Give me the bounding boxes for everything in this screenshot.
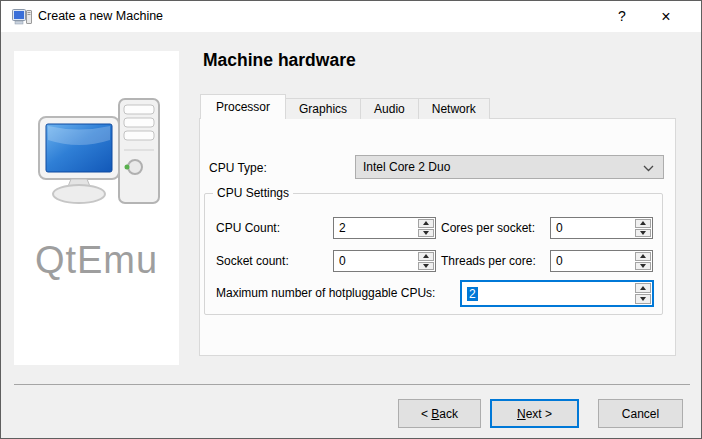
spinner-buttons: [635, 219, 651, 237]
arrow-down-icon: [640, 264, 646, 268]
arrow-up-icon: [423, 254, 429, 258]
spin-down-button[interactable]: [418, 229, 434, 238]
socket-count-spinbox[interactable]: 0: [333, 250, 436, 272]
cpu-type-label: CPU Type:: [209, 161, 267, 175]
next-button[interactable]: Next >: [490, 399, 579, 428]
threads-per-core-label: Threads per core:: [441, 254, 536, 268]
arrow-up-icon: [640, 286, 646, 290]
close-button[interactable]: ×: [651, 1, 681, 32]
arrow-up-icon: [640, 221, 646, 225]
cpu-count-spinbox[interactable]: 2: [333, 217, 436, 239]
spin-down-button[interactable]: [635, 262, 651, 271]
footer-separator: [14, 384, 690, 385]
spin-down-button[interactable]: [418, 262, 434, 271]
spin-up-button[interactable]: [635, 252, 651, 261]
socket-count-label: Socket count:: [216, 254, 289, 268]
tab-bar: Processor Graphics Audio Network: [200, 94, 490, 119]
processor-tab-pane: CPU Type: Intel Core 2 Duo CPU Settings …: [199, 118, 676, 356]
spin-up-button[interactable]: [635, 283, 651, 293]
spinner-buttons: [418, 219, 434, 237]
threads-per-core-value: 0: [556, 251, 563, 271]
threads-per-core-spinbox[interactable]: 0: [550, 250, 653, 272]
cpu-settings-group-label: CPU Settings: [213, 186, 293, 200]
arrow-up-icon: [423, 221, 429, 225]
spin-up-button[interactable]: [418, 219, 434, 228]
spinner-buttons: [635, 283, 651, 304]
spin-up-button[interactable]: [635, 219, 651, 228]
help-button[interactable]: ?: [607, 1, 637, 32]
max-hotpluggable-label: Maximum number of hotpluggable CPUs:: [216, 286, 435, 300]
spinner-buttons: [418, 252, 434, 270]
tab-network[interactable]: Network: [418, 98, 490, 119]
qtemu-brand-text: QtEmu: [14, 239, 179, 282]
page-title: Machine hardware: [203, 50, 356, 71]
arrow-up-icon: [640, 254, 646, 258]
arrow-down-icon: [423, 264, 429, 268]
cores-per-socket-value: 0: [556, 218, 563, 238]
cores-per-socket-spinbox[interactable]: 0: [550, 217, 653, 239]
arrow-down-icon: [640, 297, 646, 301]
tab-processor[interactable]: Processor: [200, 94, 286, 119]
sidebar-watermark: QtEmu: [14, 51, 179, 365]
qtemu-computer-logo: [31, 95, 163, 213]
max-hotpluggable-spinbox[interactable]: 2: [460, 280, 654, 307]
spinner-buttons: [635, 252, 651, 270]
spin-down-button[interactable]: [635, 294, 651, 304]
cpu-type-combobox[interactable]: Intel Core 2 Duo: [355, 155, 664, 179]
tab-audio[interactable]: Audio: [360, 98, 419, 119]
cancel-button[interactable]: Cancel: [598, 399, 683, 428]
tab-graphics[interactable]: Graphics: [285, 98, 361, 119]
arrow-down-icon: [640, 231, 646, 235]
arrow-down-icon: [423, 231, 429, 235]
titlebar[interactable]: Create a new Machine ? ×: [1, 1, 701, 32]
spin-up-button[interactable]: [418, 252, 434, 261]
socket-count-value: 0: [339, 251, 346, 271]
max-hotpluggable-value: 2: [467, 287, 478, 301]
cpu-settings-groupbox: CPU Settings CPU Count: 2 Cores per sock…: [204, 193, 663, 315]
cpu-type-selected-value: Intel Core 2 Duo: [363, 160, 450, 174]
spin-down-button[interactable]: [635, 229, 651, 238]
cpu-count-value: 2: [339, 218, 346, 238]
cores-per-socket-label: Cores per socket:: [441, 221, 535, 235]
window-title: Create a new Machine: [38, 1, 163, 32]
back-button[interactable]: < Back: [398, 399, 481, 428]
create-machine-dialog: Create a new Machine ? ×: [0, 0, 702, 439]
chevron-down-icon: [643, 165, 654, 172]
computer-app-icon: [12, 9, 32, 25]
cpu-count-label: CPU Count:: [216, 221, 280, 235]
